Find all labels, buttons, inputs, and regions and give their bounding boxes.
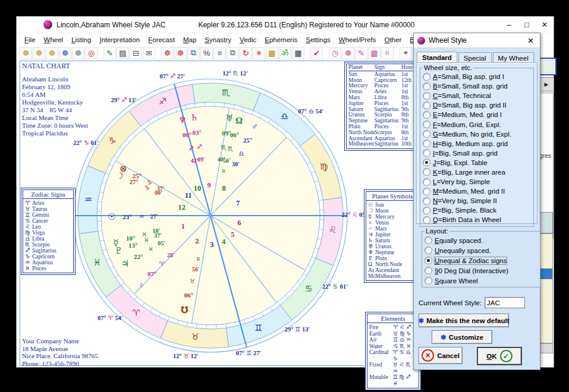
house-cusp-label-5: 29° ♊ 13': [285, 326, 310, 333]
wheel-red-1-icon[interactable]: ☸: [161, 47, 174, 59]
wheel-style-option-f[interactable]: F=Medium, Grid, Expl.: [423, 119, 532, 129]
menu-item-synastry[interactable]: Synastry: [200, 35, 235, 45]
check-icon[interactable]: ✔: [310, 47, 323, 59]
menu-item-vedic[interactable]: Vedic: [235, 35, 260, 45]
menu-item-listing[interactable]: Listing: [67, 35, 95, 45]
percent-icon[interactable]: %: [200, 47, 213, 59]
calc-pink-icon[interactable]: ⌗: [381, 47, 394, 59]
menu-item-interpretation[interactable]: Interpretation: [95, 35, 144, 45]
current-wheel-style-input[interactable]: [485, 297, 525, 308]
edit-note-icon[interactable]: ✎: [103, 47, 116, 59]
sign-glyph: ♉: [25, 206, 32, 212]
dialog-close-icon[interactable]: ✕: [525, 36, 536, 45]
menu-item-map[interactable]: Map: [179, 35, 200, 45]
scrollbar-thumb[interactable]: [539, 268, 552, 279]
wheel-style-option-p[interactable]: P=Big, Simple, Black: [423, 206, 532, 215]
menu-item-wheel[interactable]: Wheel: [40, 35, 68, 45]
wheel-target-icon[interactable]: ◎: [85, 47, 98, 59]
save-icon[interactable]: ▤: [117, 47, 129, 59]
wheel-style-option-g[interactable]: G=Medium, No grid, Expl.: [423, 129, 532, 139]
tab-standard[interactable]: Standard: [417, 52, 457, 64]
menu-item-wheel-prefs[interactable]: Wheel/Prefs: [335, 35, 381, 45]
background-window-arrow-button[interactable]: ▶: [539, 77, 554, 91]
planet-sign-south-node: ♉: [190, 278, 195, 284]
wheel-style-option-h[interactable]: H=Big, Medium asp. grid: [423, 139, 532, 148]
clock-icon[interactable]: ◷: [329, 47, 341, 59]
house-number-4: 4: [222, 238, 226, 246]
app-version-title: Kepler 9.26.123.656 D11 (English) Regist…: [198, 21, 414, 29]
wheel-style-option-b[interactable]: B=Small, Small asp. grid: [423, 81, 532, 91]
wheel-style-option-i[interactable]: I=Big, Small asp. grid: [423, 148, 532, 158]
wheel-style-option-l[interactable]: L=Very big, Simple: [423, 177, 532, 186]
background-window-scroll-column[interactable]: [539, 233, 553, 343]
planet-table-row: JupiterPisces1st: [348, 101, 413, 107]
elements-row: Earth♉ ♍ ♑: [369, 331, 417, 337]
sign-glyph: ♃: [368, 232, 375, 238]
edit-pink-icon[interactable]: ✎: [355, 47, 367, 59]
cancel-button[interactable]: ✕ Cancel: [419, 347, 463, 364]
elements-row: Fire♈ ♌ ♐: [369, 324, 417, 331]
grid-calc-icon[interactable]: ▦: [266, 47, 278, 59]
minimize-button[interactable]: –: [500, 17, 518, 33]
elements-legend-rows: Fire♈ ♌ ♐Earth♉ ♍ ♑Air♊ ♎ ♒Water♋ ♏ ♓Car…: [369, 324, 417, 387]
menu-item-other[interactable]: Other: [380, 35, 405, 45]
wheel-red-2-icon[interactable]: ☸: [174, 47, 187, 59]
layout-option-u[interactable]: Unequal & Zodiac signs: [425, 255, 539, 265]
planet-table-row: MidheavenSagittarius10th: [348, 141, 413, 147]
wheel-pointer-icon[interactable]: ☸: [59, 47, 71, 59]
mail-icon[interactable]: ✉: [143, 47, 155, 59]
ok-button[interactable]: OK ✓: [477, 347, 522, 365]
wheel-pink-icon[interactable]: ☸: [342, 47, 354, 59]
menu-item-file[interactable]: File: [20, 35, 40, 45]
aspect-burst-icon[interactable]: ✳: [253, 47, 265, 59]
sign-glyph: ♐: [25, 248, 32, 254]
wheel-style-option-n[interactable]: N=Very big, Simple II: [423, 196, 532, 206]
print-icon[interactable]: ⊟: [130, 47, 142, 59]
zodiac-band-glyph-libra: ♎: [281, 112, 288, 121]
om-icon[interactable]: ॐ: [279, 47, 291, 59]
customize-button[interactable]: ✱ Customize: [432, 330, 492, 344]
tab-special[interactable]: Special: [458, 52, 492, 63]
table-pink-icon[interactable]: ▦: [368, 47, 381, 59]
wheel-style-option-q[interactable]: Q=Birth Data in Wheel: [423, 215, 532, 225]
sign-glyph: ☽: [368, 208, 375, 214]
toolbar-group: ◷☸✎▦⌗: [329, 47, 394, 59]
menu-item-ephemeris[interactable]: Ephemeris: [260, 35, 301, 45]
wheel-yellow-2-icon[interactable]: ☸: [33, 47, 45, 59]
copy-chart-icon[interactable]: ⧉: [187, 47, 200, 59]
wheel-style-option-k[interactable]: K=Big, Large inner area: [423, 167, 532, 177]
wheel-yellow-1-icon[interactable]: ☸: [20, 47, 32, 59]
layout-option-s[interactable]: Square Wheel: [425, 276, 539, 286]
background-window-text-fragment: gres: [539, 153, 553, 159]
wheel-gray-icon[interactable]: ☸: [72, 47, 84, 59]
make-default-button[interactable]: ✱ Make this the new default: [419, 314, 509, 327]
layout-option-u[interactable]: Unequally spaced.: [425, 245, 539, 255]
copy-pages-icon[interactable]: ⧉: [227, 47, 239, 59]
element-label: Water: [369, 343, 393, 350]
planet-sign-part-of-fortune: ♑: [147, 179, 152, 186]
wheel-style-option-a[interactable]: A=Small, Big asp. grid I: [423, 72, 532, 81]
wheel-style-option-j[interactable]: J=Big, Expl. Table: [423, 158, 532, 167]
search-icon[interactable]: ⌖: [400, 47, 412, 59]
table-icon[interactable]: ▦: [292, 47, 304, 59]
planet-table-cell: Neptune: [348, 118, 375, 124]
layout-option-e[interactable]: Equally spaced.: [425, 235, 539, 245]
listing-icon[interactable]: ≡: [213, 47, 226, 59]
wheel-style-option-c[interactable]: C=Small, Technical: [423, 91, 532, 100]
menu-item-forecast[interactable]: Forecast: [144, 35, 179, 45]
legend-item-label: Taurus: [32, 206, 48, 212]
planet-table-cell: Libra: [375, 95, 401, 101]
title-bar: Lincoln,Abraham Wheel Style JAC Kepler 9…: [17, 17, 554, 33]
wheel-yellow-3-icon[interactable]: ☸: [46, 47, 58, 59]
maximize-button[interactable]: □: [518, 17, 536, 33]
tab-my-wheel[interactable]: My Wheel: [493, 52, 534, 63]
menu-item-settings[interactable]: Settings: [301, 35, 335, 45]
wheel-style-option-m[interactable]: M=Medium, Med. grid II: [423, 186, 532, 196]
wheel-style-option-d[interactable]: D=Small, Big asp. grid II: [423, 100, 532, 110]
wheel-style-option-e[interactable]: E=Medium, Med. grid I: [423, 110, 532, 119]
house-cusp-label-10: 07° ♐ 27': [159, 73, 185, 80]
sign-glyph: Ω: [368, 261, 375, 267]
rotate-wheel-icon[interactable]: ↻: [240, 47, 252, 59]
layout-option-9[interactable]: 90 Deg Dial (Interactive): [425, 265, 539, 276]
close-button[interactable]: ✕: [536, 17, 554, 33]
